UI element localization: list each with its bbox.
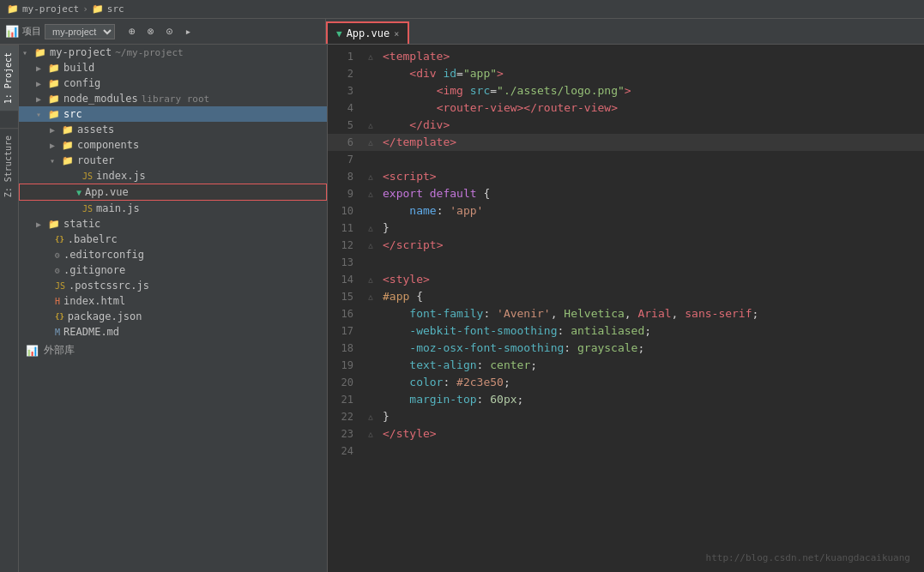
tree-components[interactable]: ▶ 📁 components (19, 137, 327, 153)
gear-icon[interactable]: ⊙ (163, 23, 177, 39)
code-line-13: 13 (328, 254, 924, 271)
tab-app-vue[interactable]: ▼ App.vue × (326, 21, 409, 44)
code-line-21: 21 margin-top: 60px; (328, 391, 924, 408)
code-line-20: 20 color: #2c3e50; (328, 374, 924, 391)
watermark: http://blog.csdn.net/kuangdacaikuang (706, 552, 910, 563)
settings-icon[interactable]: ⊗ (144, 23, 158, 39)
sync-icon[interactable]: ⊕ (125, 23, 139, 39)
code-line-23: 23 △ </style> (328, 425, 924, 443)
code-line-17: 17 -webkit-font-smoothing: antialiased; (328, 322, 924, 340)
tree-postcssrc[interactable]: ▶ JS .postcssrc.js (19, 278, 327, 293)
side-tabs: 1: Project Z: Structure (0, 45, 19, 572)
project-icon: 📊 (5, 25, 19, 38)
project-name: my-project (22, 3, 79, 15)
tree-app-vue[interactable]: ▶ ▼ App.vue (19, 184, 327, 201)
project-label: 项目 (22, 25, 41, 38)
code-line-6: 6 △ </template> (328, 134, 924, 151)
vue-icon: ▼ (336, 28, 342, 39)
code-line-4: 4 <router-view></router-view> (328, 99, 924, 117)
tree-index-js[interactable]: ▶ JS index.js (19, 168, 327, 184)
folder-icon-src: 📁 (92, 3, 104, 15)
tab-label: App.vue (347, 27, 390, 39)
tree-main-js[interactable]: ▶ JS main.js (19, 201, 327, 216)
tree-assets[interactable]: ▶ 📁 assets (19, 122, 327, 137)
code-line-3: 3 <img src="./assets/logo.png"> (328, 82, 924, 99)
sidebar-tab-structure[interactable]: Z: Structure (0, 128, 18, 204)
code-line-9: 9 △ export default { (328, 185, 924, 202)
external-libs-icon: 📊 (26, 345, 39, 357)
tree-node-modules[interactable]: ▶ 📁 node_modules library root (19, 91, 327, 106)
code-line-10: 10 name: 'app' (328, 202, 924, 220)
code-line-8: 8 △ <script> (328, 168, 924, 185)
code-line-24: 24 (328, 443, 924, 460)
code-editor[interactable]: 1 △ <template> 2 <div id="app"> 3 <img s… (328, 45, 924, 572)
file-tree: ▾ 📁 my-project ~/my-project ▶ 📁 build ▶ … (19, 45, 328, 572)
tree-editorconfig[interactable]: ▶ ⚙ .editorconfig (19, 247, 327, 262)
code-line-12: 12 △ </script> (328, 237, 924, 254)
code-line-22: 22 △ } (328, 408, 924, 425)
folder-src: src (107, 3, 124, 15)
code-line-18: 18 -moz-osx-font-smoothing: grayscale; (328, 340, 924, 357)
tree-router[interactable]: ▾ 📁 router (19, 153, 327, 168)
main-area: 1: Project Z: Structure ▾ 📁 my-project ~… (0, 45, 924, 572)
code-line-2: 2 <div id="app"> (328, 65, 924, 82)
toolbar: 📊 项目 my-project ⊕ ⊗ ⊙ ▸ (0, 19, 326, 44)
breadcrumb: 📁 my-project › 📁 src (7, 3, 124, 15)
sidebar-tab-project[interactable]: 1: Project (0, 45, 18, 111)
folder-icon: 📁 (7, 3, 19, 15)
code-line-11: 11 △ } (328, 220, 924, 237)
external-libs-label: 外部库 (44, 343, 75, 358)
tree-src[interactable]: ▾ 📁 src (19, 106, 327, 122)
project-dropdown[interactable]: my-project (45, 24, 115, 39)
tree-gitignore[interactable]: ▶ ⚙ .gitignore (19, 262, 327, 278)
tree-readme[interactable]: ▶ M README.md (19, 324, 327, 340)
tree-build[interactable]: ▶ 📁 build (19, 60, 327, 75)
tab-close-icon[interactable]: × (394, 29, 399, 39)
toolbar-icons: ⊕ ⊗ ⊙ ▸ (118, 23, 195, 39)
tree-package-json[interactable]: ▶ {} package.json (19, 309, 327, 324)
tree-root[interactable]: ▾ 📁 my-project ~/my-project (19, 45, 327, 60)
code-line-7: 7 (328, 151, 924, 168)
code-line-1: 1 △ <template> (328, 48, 924, 65)
tree-static[interactable]: ▶ 📁 static (19, 216, 327, 232)
tree-index-html[interactable]: ▶ H index.html (19, 293, 327, 309)
code-line-5: 5 △ </div> (328, 117, 924, 134)
code-line-19: 19 text-align: center; (328, 357, 924, 374)
code-line-16: 16 font-family: 'Avenir', Helvetica, Ari… (328, 305, 924, 322)
external-libs[interactable]: 📊 外部库 (19, 340, 327, 361)
tree-config[interactable]: ▶ 📁 config (19, 75, 327, 91)
tree-root-label: my-project (50, 46, 112, 58)
code-line-14: 14 △ <style> (328, 271, 924, 288)
title-bar: 📁 my-project › 📁 src (0, 0, 924, 19)
run-icon[interactable]: ▸ (181, 23, 195, 39)
tree-babelrc[interactable]: ▶ {} .babelrc (19, 232, 327, 247)
code-line-15: 15 △ #app { (328, 288, 924, 305)
